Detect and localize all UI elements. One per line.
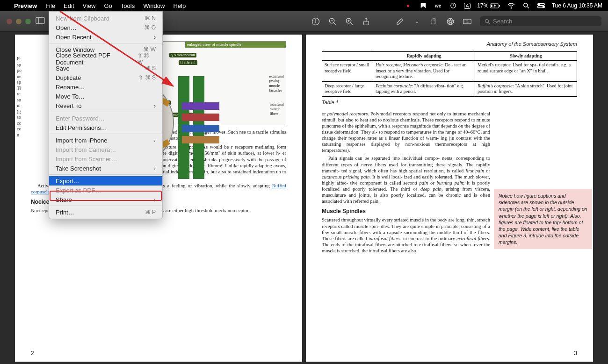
form-icon[interactable] <box>463 17 471 26</box>
menu-item-label: Import from iPhone <box>56 137 108 144</box>
menu-item-label: Print… <box>56 209 74 216</box>
menu-item-import-from-camera: Import from Camera… <box>49 145 162 154</box>
malwarebytes-icon[interactable] <box>419 1 427 10</box>
clock[interactable]: Tue 6 Aug 10:35 AM <box>552 2 602 9</box>
menu-separator <box>49 206 162 206</box>
figure-side-bot: intrafusal muscle fibers <box>270 102 284 116</box>
menu-go[interactable]: Go <box>104 2 112 9</box>
menu-separator <box>49 43 162 43</box>
menu-item-open[interactable]: Open…⌘ O <box>49 23 162 32</box>
figure-header: enlarged view of muscle spindle <box>185 42 286 48</box>
page-right-body: or polymodal receptors. Polymodal recept… <box>322 111 490 256</box>
info-icon[interactable] <box>311 17 320 26</box>
svg-rect-11 <box>36 17 44 23</box>
menu-item-duplicate[interactable]: Duplicate⇧ ⌘ S <box>49 73 162 82</box>
rotate-icon[interactable] <box>429 17 438 26</box>
table-r2c1: Pacinian corpuscle: "A diffuse vibra- ti… <box>373 81 475 96</box>
table-r1c2: Merkel's receptor: Used for spa- tial de… <box>475 61 577 82</box>
menu-item-share[interactable]: Share› <box>49 195 162 204</box>
left-cutoff-text: Fr sp po ne sp Ti re su in (g so cc ce n <box>17 56 25 138</box>
right-heading-spindles: Muscle Spindles <box>322 208 490 215</box>
submenu-arrow-icon: › <box>154 34 156 41</box>
timemachine-icon[interactable] <box>449 1 457 10</box>
menu-item-label: Export as PDF… <box>56 187 101 194</box>
zoom-in-icon[interactable] <box>345 17 354 26</box>
menu-item-label: Save <box>56 65 70 72</box>
markup-icon[interactable] <box>396 17 404 26</box>
menu-view[interactable]: View <box>83 2 96 9</box>
submenu-arrow-icon: › <box>154 196 156 203</box>
battery-status[interactable]: 17% <box>477 2 500 9</box>
submenu-arrow-icon: › <box>154 165 156 172</box>
svg-rect-3 <box>491 5 492 7</box>
menu-item-label: Share <box>56 196 72 203</box>
menu-shortcut: ⌘ W <box>143 46 156 53</box>
menu-item-export-as-pdf: Export as PDF… <box>49 186 162 195</box>
menu-shortcut: ⇧ ⌘ W <box>138 52 156 65</box>
menu-item-label: Move To… <box>56 93 85 100</box>
menu-item-label: Take Screenshot <box>56 165 101 172</box>
menu-window[interactable]: Window <box>143 2 165 9</box>
search-input[interactable]: Search <box>480 16 601 26</box>
menu-item-label: Export… <box>56 178 80 185</box>
menu-item-label: Enter Password… <box>56 115 105 122</box>
menu-item-edit-permissions[interactable]: Edit Permissions… <box>49 123 162 132</box>
svg-line-30 <box>488 22 490 24</box>
search-placeholder: Search <box>493 18 512 25</box>
menu-item-rename[interactable]: Rename… <box>49 82 162 92</box>
menu-item-import-from-iphone[interactable]: Import from iPhone› <box>49 136 162 145</box>
table-r2c0: Deep receptor / large receptive field <box>322 81 373 96</box>
zoom-out-icon[interactable] <box>328 17 337 26</box>
menu-item-enter-password: Enter Password… <box>49 114 162 123</box>
svg-rect-2 <box>499 5 500 7</box>
menu-separator <box>49 134 162 134</box>
sidenote-box: Notice how figure captions and sidenotes… <box>494 189 592 249</box>
submenu-arrow-icon: › <box>154 137 156 144</box>
table-r1c0: Surface receptor / small receptive field <box>322 61 373 82</box>
wetransfer-icon[interactable]: we <box>434 1 442 10</box>
menu-help[interactable]: Help <box>173 2 186 9</box>
minimize-window-button[interactable] <box>16 19 22 24</box>
figure-side-top: extrafusal (main) muscle fascicles <box>269 74 284 93</box>
menu-tools[interactable]: Tools <box>121 2 135 9</box>
menu-file[interactable]: File <box>45 2 55 9</box>
sidebar-toggle-icon[interactable] <box>36 17 45 26</box>
svg-point-8 <box>538 4 540 5</box>
input-source-icon[interactable]: A <box>464 3 471 9</box>
control-center-icon[interactable] <box>537 1 545 10</box>
chevron-down-icon[interactable]: ⌄ <box>413 17 421 26</box>
menu-item-open-recent[interactable]: Open Recent› <box>49 32 162 42</box>
share-icon[interactable] <box>362 17 370 26</box>
menu-item-import-from-scanner: Import from Scanner… <box>49 154 162 164</box>
page-number-left: 2 <box>31 350 34 357</box>
page-right: Anatomy of the Somatosensory System Rapi… <box>306 35 593 362</box>
close-window-button[interactable] <box>7 19 12 24</box>
highlight-icon[interactable] <box>446 17 455 26</box>
svg-rect-37 <box>182 136 219 143</box>
mac-menubar: Preview File Edit View Go Tools Window H… <box>0 0 608 11</box>
menu-item-new-from-clipboard: New from Clipboard⌘ N <box>49 14 162 23</box>
menu-item-label: Revert To <box>56 102 81 109</box>
right-para-3: Scattered throughout virtually every str… <box>322 217 490 254</box>
menu-item-print[interactable]: Print…⌘ P <box>49 207 162 217</box>
wifi-icon[interactable] <box>507 1 515 10</box>
menu-item-label: Import from Scanner… <box>56 156 117 163</box>
svg-rect-26 <box>463 19 471 24</box>
svg-point-29 <box>485 19 489 22</box>
menu-item-move-to[interactable]: Move To… <box>49 92 162 101</box>
menu-item-revert-to[interactable]: Revert To› <box>49 101 162 110</box>
menu-shortcut: ⌘ S <box>145 65 156 71</box>
menu-shortcut: ⌘ N <box>145 15 156 21</box>
spotlight-icon[interactable] <box>522 1 530 10</box>
svg-point-5 <box>523 3 527 7</box>
receptor-table: Rapidly adapting Slowly adapting Surface… <box>322 51 577 97</box>
menu-edit[interactable]: Edit <box>64 2 74 9</box>
menu-separator <box>49 174 162 175</box>
menu-item-take-screenshot[interactable]: Take Screenshot› <box>49 164 162 173</box>
menu-item-close-selected-pdf-document[interactable]: Close Selected PDF Document⇧ ⌘ W <box>49 54 162 64</box>
app-name[interactable]: Preview <box>14 2 37 9</box>
status-dot-icon[interactable]: ● <box>404 1 413 10</box>
menu-item-export[interactable]: Export… <box>49 176 162 186</box>
menu-shortcut: ⇧ ⌘ S <box>138 74 156 81</box>
zoom-window-button[interactable] <box>25 19 31 24</box>
